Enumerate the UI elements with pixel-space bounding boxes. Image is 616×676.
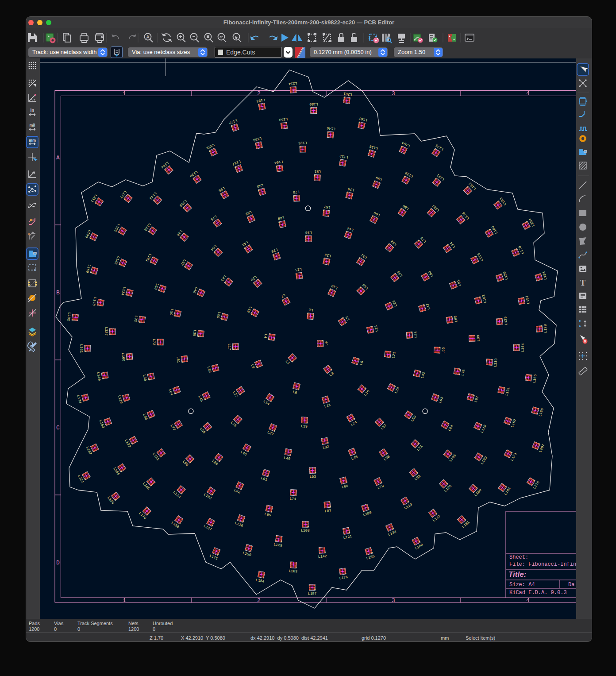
svg-text:L142: L142 (318, 555, 327, 559)
svg-text:L161: L161 (79, 344, 83, 353)
svg-text:θ: θ (34, 98, 35, 101)
svg-text:L36: L36 (305, 230, 312, 234)
svg-text:L127: L127 (104, 327, 108, 336)
svg-text:A: A (146, 35, 150, 39)
svg-text:L89: L89 (477, 335, 481, 341)
svg-text:L106: L106 (120, 352, 125, 361)
svg-text:L74: L74 (289, 497, 296, 501)
svg-text:L17: L17 (227, 344, 231, 350)
svg-text:4: 4 (526, 597, 530, 604)
svg-text:B: B (56, 290, 60, 296)
svg-text:L51: L51 (176, 356, 181, 363)
svg-text:L55: L55 (442, 347, 446, 354)
svg-text:1: 1 (123, 597, 126, 604)
svg-text:3: 3 (392, 597, 395, 604)
svg-text:L34: L34 (414, 331, 418, 338)
svg-text:4: 4 (526, 90, 530, 97)
svg-text:L180: L180 (309, 102, 318, 106)
svg-text:L125: L125 (298, 140, 307, 145)
svg-text:L108: L108 (301, 529, 310, 533)
svg-text:2: 2 (257, 90, 261, 97)
svg-text:L38: L38 (192, 329, 196, 336)
svg-text:2: 2 (257, 597, 261, 604)
svg-text:L214: L214 (289, 81, 297, 85)
svg-text:mil: mil (29, 123, 35, 127)
svg-text:L178: L178 (544, 324, 548, 333)
svg-text:T: T (580, 278, 585, 287)
svg-text:Size: A4: Size: A4 (509, 582, 535, 588)
svg-text:L0: L0 (325, 341, 329, 346)
svg-text:L70: L70 (293, 189, 299, 194)
svg-text:Sheet:: Sheet: (509, 554, 528, 560)
svg-text:L144: L144 (521, 343, 525, 352)
svg-text:C: C (56, 425, 60, 431)
svg-text:in: in (31, 108, 35, 113)
svg-text:L15: L15 (295, 267, 302, 272)
svg-text:L19: L19 (301, 425, 308, 429)
svg-text:D: D (56, 560, 60, 566)
svg-text:L163: L163 (289, 569, 297, 574)
svg-text:1: 1 (123, 90, 126, 97)
svg-text:L197: L197 (308, 592, 317, 596)
svg-text:L72: L72 (152, 339, 156, 345)
svg-text:Title:: Title: (508, 570, 526, 579)
svg-text:L87: L87 (325, 509, 332, 514)
svg-text:3: 3 (392, 90, 395, 97)
svg-text:A: A (56, 155, 60, 161)
svg-text:L4: L4 (263, 333, 268, 338)
svg-text:Da: Da (568, 582, 574, 588)
svg-text:File: Fibonacci-Infinit: File: Fibonacci-Infinit (509, 561, 576, 568)
svg-text:L2: L2 (308, 307, 313, 312)
svg-text:L91: L91 (314, 169, 321, 174)
svg-text:L53: L53 (309, 475, 316, 479)
svg-text:mm: mm (29, 138, 36, 143)
svg-text:KiCad E.D.A. 9.0.3: KiCad E.D.A. 9.0.3 (509, 590, 567, 596)
